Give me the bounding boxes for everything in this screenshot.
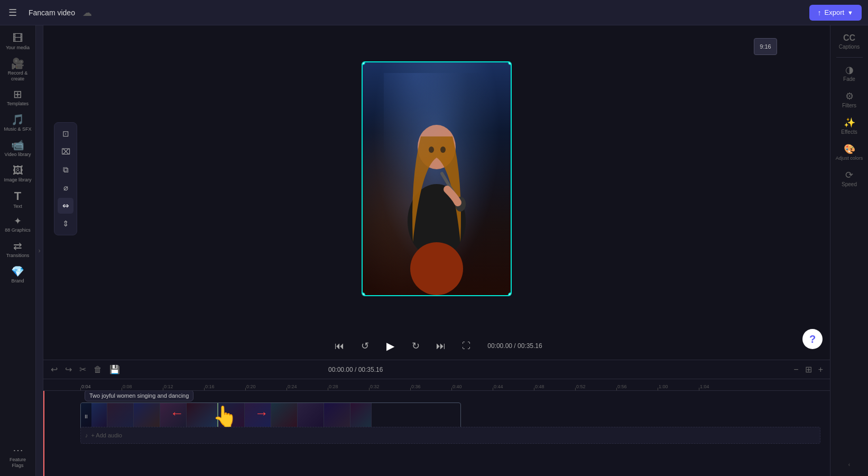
timeline-area: ↩ ↪ ✂ 🗑 💾 00:00.00 / 00:35.16 − ⊞ + (43, 360, 830, 476)
text-icon: T (14, 190, 21, 202)
right-collapse-icon: ‹ (848, 462, 850, 468)
sidebar-label-transitions: Transitions (6, 253, 30, 259)
sidebar-item-your-media[interactable]: 🎞 Your media (2, 30, 34, 54)
duplicate-tool-button[interactable]: ⧉ (58, 162, 73, 178)
feature-flags-icon: ⋯ (13, 445, 23, 455)
right-item-filters[interactable]: ⚙ Filters (832, 87, 867, 113)
ruler-mark-13: 0:56 (616, 384, 658, 389)
sidebar-item-brand-kit[interactable]: 💎 Brand (2, 263, 34, 287)
ruler-mark-12: 0:52 (575, 384, 616, 389)
adjust-colors-icon: 🎨 (844, 144, 855, 154)
help-button[interactable]: ? (802, 329, 823, 349)
delete-button[interactable]: 🗑 (91, 363, 104, 377)
export-button[interactable]: ↑ Export ▼ (809, 5, 862, 21)
ruler-mark-5: 0:24 (287, 384, 328, 389)
resize-tool-button[interactable]: ⊡ (58, 126, 73, 142)
timeline-content: Two joyful women singing and dancing ← →… (43, 391, 830, 476)
left-sidebar: 🎞 Your media 🎥 Record &create ⊞ Template… (0, 25, 36, 476)
video-canvas-wrapper (363, 62, 511, 295)
sidebar-label-record-create: Record &create (8, 70, 28, 82)
sidebar-label-video-library: Video library (5, 152, 31, 158)
center-area: ⊡ ⌧ ⧉ ⌀ ⇔ ⇕ (43, 25, 830, 476)
sidebar-label-graphics: 88 Graphics (5, 227, 31, 233)
ruler-mark-9: 0:40 (451, 384, 493, 389)
record-create-icon: 🎥 (11, 58, 24, 69)
right-label-adjust-colors: Adjust colors (836, 155, 863, 161)
image-library-icon: 🖼 (13, 165, 23, 176)
graphics-icon: ✦ (14, 216, 22, 226)
sidebar-item-templates[interactable]: ⊞ Templates (2, 86, 34, 110)
ruler-mark-14: 1:00 (658, 384, 699, 389)
clip-tooltip: Two joyful women singing and dancing (85, 391, 193, 401)
export-label: Export (825, 8, 845, 16)
sidebar-label-your-media: Your media (6, 45, 30, 51)
forward-button[interactable]: ↻ (407, 337, 424, 354)
fullscreen-button[interactable]: ⛶ (458, 337, 475, 354)
sidebar-item-text[interactable]: T Text (2, 187, 34, 213)
sidebar-item-image-library[interactable]: 🖼 Image library (2, 162, 34, 186)
zoom-in-button[interactable]: + (817, 363, 825, 376)
topbar: ☰ Fancam video ☁ ↑ Export ▼ (0, 0, 868, 25)
timeline-time-display: 00:00.00 / 00:35.16 (328, 366, 383, 373)
undo-button[interactable]: ↩ (49, 362, 60, 377)
brand-kit-icon: 💎 (11, 266, 24, 277)
right-item-speed[interactable]: ⟳ Speed (832, 166, 867, 191)
total-time: 00:35.16 (518, 342, 542, 350)
skip-back-button[interactable]: ⏮ (331, 337, 348, 354)
hamburger-menu-button[interactable]: ☰ (6, 5, 19, 21)
sidebar-item-music-sfx[interactable]: 🎵 Music & SFX (2, 111, 34, 135)
ruler-mark-0: 0:04 (80, 384, 122, 389)
sidebar-item-record-create[interactable]: 🎥 Record &create (2, 55, 34, 85)
panel-collapse-toggle[interactable]: › (36, 25, 43, 476)
current-time: 00:00.00 (487, 342, 512, 350)
tl-current-time: 00:00.00 (328, 366, 353, 373)
video-content-svg (384, 73, 490, 295)
main-layout: 🎞 Your media 🎥 Record &create ⊞ Template… (0, 25, 868, 476)
templates-icon: ⊞ (13, 89, 22, 99)
save-button[interactable]: 💾 (107, 362, 122, 377)
transitions-icon: ⇄ (13, 241, 22, 251)
skip-forward-button[interactable]: ⏭ (432, 337, 449, 354)
play-pause-button[interactable]: ▶ (382, 337, 399, 354)
ruler-mark-1: 0:08 (122, 384, 163, 389)
fit-zoom-button[interactable]: ⊞ (804, 363, 814, 376)
video-library-icon: 📹 (11, 140, 24, 150)
ruler-mark-4: 0:20 (245, 384, 287, 389)
project-title[interactable]: Fancam video (29, 8, 75, 17)
rewind-button[interactable]: ↺ (356, 337, 373, 354)
sidebar-item-video-library[interactable]: 📹 Video library (2, 136, 34, 161)
aspect-ratio-value[interactable]: 9:16 (754, 38, 777, 55)
collapse-chevron-icon: › (39, 247, 41, 254)
aspect-ratio-badge[interactable]: 9:16 (754, 36, 777, 57)
video-canvas[interactable] (363, 62, 511, 295)
ruler-mark-15: 1:04 (699, 384, 740, 389)
ruler-mark-8: 0:36 (410, 384, 451, 389)
sidebar-label-feature-flags: Feature Flags (4, 457, 32, 469)
filters-icon: ⚙ (845, 91, 854, 101)
export-arrow-icon: ↑ (818, 8, 821, 17)
sidebar-item-feature-flags[interactable]: ⋯ Feature Flags (2, 442, 34, 472)
sidebar-item-graphics[interactable]: ✦ 88 Graphics (2, 213, 34, 236)
right-item-adjust-colors[interactable]: 🎨 Adjust colors (832, 140, 867, 165)
ruler-mark-2: 0:12 (163, 384, 204, 389)
add-audio-track[interactable]: ♪ + Add audio (80, 427, 820, 444)
timeline-playhead[interactable] (43, 391, 44, 476)
time-separator: / (514, 342, 518, 350)
zoom-out-button[interactable]: − (792, 363, 800, 376)
right-item-effects[interactable]: ✨ Effects (832, 114, 867, 139)
right-collapse-button[interactable]: ‹ (832, 457, 867, 472)
svg-rect-8 (384, 73, 490, 295)
playback-time: 00:00.00 / 00:35.16 (487, 342, 542, 350)
right-item-fade[interactable]: ◑ Fade (832, 61, 867, 86)
right-item-captions[interactable]: CC Captions (832, 30, 867, 54)
redo-button[interactable]: ↪ (63, 362, 74, 377)
cut-button[interactable]: ✂ (77, 362, 88, 377)
sidebar-item-transitions[interactable]: ⇄ Transitions (2, 237, 34, 262)
crop-tool-button[interactable]: ⌧ (58, 144, 73, 160)
flip-h-tool-button[interactable]: ⇔ (58, 198, 73, 214)
flip-v-tool-button[interactable]: ⇕ (58, 216, 73, 232)
selection-handle-bottom-right[interactable] (508, 292, 511, 295)
audio-tool-button[interactable]: ⌀ (58, 180, 73, 196)
tl-time-sep: / (355, 366, 358, 373)
your-media-icon: 🎞 (13, 33, 23, 43)
